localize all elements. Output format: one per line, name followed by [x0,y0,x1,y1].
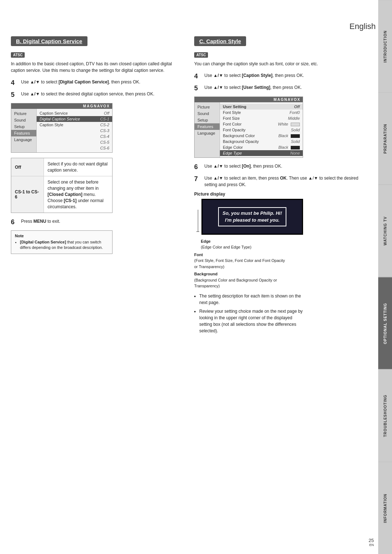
left-tv-menu: MAGNAVOX Picture Sound Setup Features La… [11,103,113,153]
tab-preparation[interactable]: PREPARATION [378,93,392,185]
right-bullet-list: The setting description for each item is… [194,293,303,334]
left-menu-item-setup: Setup [11,123,36,130]
page-en: EN [369,543,374,547]
right-step-7-num: 7 [194,175,201,183]
tv-screen-text: So, you must be Philip. Hi! I'm pleased … [218,207,286,226]
right-menu-row-edgetype: Edge Type None [220,150,303,156]
right-menu-brand: MAGNAVOX [195,97,303,102]
tv-screen-line1: So, you must be Philip. Hi! [222,210,282,216]
right-menu-row-fontsize: Font Size Middle [220,115,303,121]
left-menu-item-features: Features [11,130,36,136]
left-step-5-text: Use ▲/▼ to select the desired digital ca… [21,91,154,97]
left-step-6-text: Press MENU to exit. [21,218,60,225]
diagram-labels: Edge (Edge Color and Edge Type) Font (Fo… [194,238,303,289]
left-column: B. Digital Caption Service ATSC In addit… [11,36,183,336]
left-menu-row-6: CS-5 [37,139,112,145]
left-note-list: [Digital Caption Service] that you can s… [15,239,109,251]
right-atsc-badge: ATSC [194,52,208,58]
right-step-6: 6 Use ▲/▼ to select [On], then press OK. [194,163,367,171]
left-desc-key-off: Off [11,158,44,176]
right-bullet-2: Review your setting choice made on the n… [199,308,303,334]
english-label: English [350,22,376,31]
tv-screen-line2: I'm pleased to meet you. [225,217,279,223]
left-menu-brand: MAGNAVOX [11,103,112,109]
left-step-4-text: Use ▲/▼ to select [Digital Caption Servi… [21,79,140,85]
left-note-item-1: [Digital Caption Service] that you can s… [20,239,109,251]
left-menu-row-3: Caption Style CS-2 [37,122,112,128]
picture-display-section: Picture display So, you must be Philip. … [194,192,367,334]
right-step-5-text: Use ▲/▼ to select [User Setting], then p… [204,84,302,91]
left-menu-row-1: Caption Service Off [37,110,112,116]
left-menu-content: Caption Service Off Digital Caption Serv… [37,109,112,152]
left-menu-row-5: CS-4 [37,134,112,139]
right-menu-row-fontstyle: Font Style Font0 [220,110,303,115]
right-menu-item-picture: Picture [195,104,220,110]
right-step-7-text: Use ▲/▼ to select an item, then press OK… [204,175,367,188]
right-menu-row-header: User Setting Off [220,104,303,110]
left-menu-item-language: Language [11,136,36,143]
right-column: C. Caption Style ATSC You can change the… [194,36,367,336]
tab-information[interactable]: INFORMATION [378,462,392,554]
tv-screen-box: So, you must be Philip. Hi! I'm pleased … [201,199,303,234]
side-tabs: INTRODUCTION PREPARATION WATCHING TV OPT… [378,0,392,554]
right-menu-row-fontcolor: Font Color White [220,121,303,127]
picture-display-diagram: So, you must be Philip. Hi! I'm pleased … [194,199,303,334]
picture-display-label: Picture display [194,192,367,197]
left-step-4: 4 Use ▲/▼ to select [Digital Caption Ser… [11,79,183,87]
left-step-5: 5 Use ▲/▼ to select the desired digital … [11,91,183,99]
left-desc-row-off: Off Select if you do not want digital ca… [11,158,112,177]
left-desc-val-off: Select if you do not want digital captio… [44,158,112,176]
diagram-edge: Edge (Edge Color and Edge Type) [194,238,303,250]
right-section-title: C. Caption Style [194,36,246,46]
left-menu-row-2: Digital Caption Service CS-1 [37,116,112,122]
right-menu-row-edgecolor: Edge Color Black [220,144,303,150]
right-menu-row-bgcolor: Background Color Black [220,133,303,139]
left-menu-row-7: CS-6 [37,145,112,151]
tab-troubleshooting[interactable]: TROUBLESHOOTING [378,369,392,462]
right-step-4-text: Use ▲/▼ to select [Caption Style], then … [204,72,304,79]
tab-watching-tv[interactable]: WATCHING TV [378,185,392,277]
left-section-desc: In addition to the basic closed caption,… [11,61,183,74]
tab-optional-setting[interactable]: OPTIONAL SETTING [378,277,392,370]
right-menu-item-setup: Setup [195,117,220,123]
left-step-4-num: 4 [11,79,18,87]
left-menu-item-picture: Picture [11,110,36,117]
left-step-6-num: 6 [11,218,18,226]
right-menu-row-fontopacity: Font Opacity Solid [220,127,303,133]
page-number: 25 EN [369,538,374,547]
right-step-7: 7 Use ▲/▼ to select an item, then press … [194,175,367,188]
left-section-title: B. Digital Caption Service [11,36,87,46]
two-column-layout: B. Digital Caption Service ATSC In addit… [11,36,367,336]
right-menu-content: User Setting Off Font Style Font0 Font S… [220,102,303,157]
right-step-4: 4 Use ▲/▼ to select [Caption Style], the… [194,72,367,81]
left-desc-key-cs: CS-1 to CS-6 [11,176,44,213]
right-step-5: 5 Use ▲/▼ to select [User Setting], then… [194,84,367,93]
right-step-5-num: 5 [194,84,201,93]
right-tv-menu: MAGNAVOX Picture Sound Setup Features La… [194,97,303,158]
left-desc-row-cs: CS-1 to CS-6 Select one of these before … [11,176,112,213]
right-step-6-text: Use ▲/▼ to select [On], then press OK. [204,163,282,169]
right-menu-row-bgopacity: Background Opacity Solid [220,139,303,144]
left-step-5-num: 5 [11,91,18,99]
left-note-title: Note [15,234,109,238]
left-note-box: Note [Digital Caption Service] that you … [11,230,113,254]
left-step-6: 6 Press MENU to exit. [11,218,183,226]
right-step-4-num: 4 [194,72,201,81]
left-desc-val-cs: Select one of these before changing any … [44,176,112,213]
diagram-font: Font (Font Style, Font Size, Font Color … [194,252,303,270]
right-section-desc: You can change the caption style such as… [194,61,367,67]
left-menu-body: Picture Sound Setup Features Language Ca… [11,109,112,152]
main-content: B. Digital Caption Service ATSC In addit… [0,0,377,347]
diagram-background: Background (Background Color and Backgro… [194,271,303,289]
right-menu-sidebar: Picture Sound Setup Features Language [195,102,220,157]
left-atsc-badge: ATSC [11,52,25,58]
left-menu-sidebar: Picture Sound Setup Features Language [11,109,37,152]
right-step-6-num: 6 [194,163,201,171]
left-menu-row-4: CS-3 [37,128,112,134]
right-menu-item-sound: Sound [195,110,220,117]
right-menu-item-language: Language [195,130,220,136]
right-menu-body: Picture Sound Setup Features Language Us… [195,102,303,157]
right-bullet-1: The setting description for each item is… [199,293,303,306]
tab-introduction[interactable]: INTRODUCTION [378,0,392,93]
left-desc-table: Off Select if you do not want digital ca… [11,158,113,213]
